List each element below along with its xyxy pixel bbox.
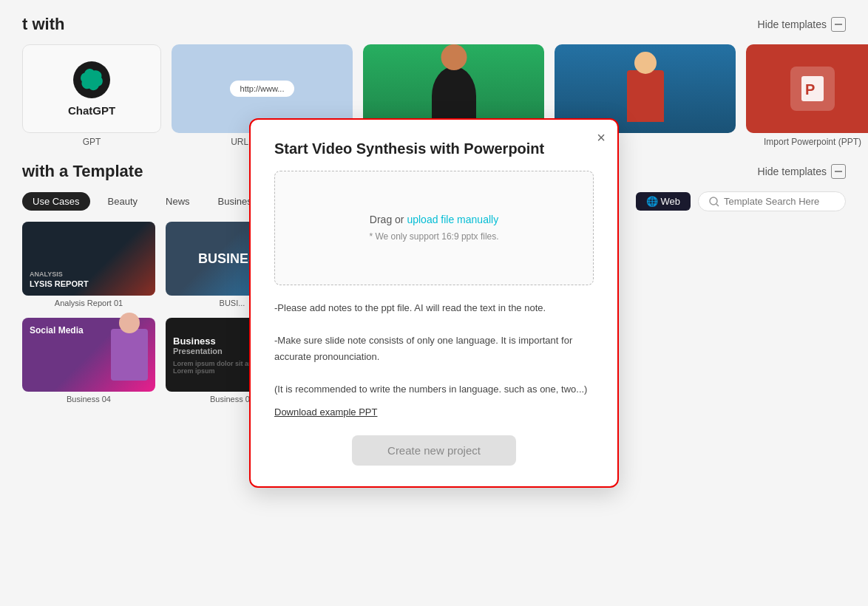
drop-text: Drag or upload file manually — [370, 214, 498, 225]
upload-link[interactable]: upload file manually — [407, 214, 498, 225]
drop-note: * We only support 16:9 pptx files. — [369, 231, 498, 242]
instruction-3: (It is recommended to write the numbers … — [274, 381, 594, 398]
drop-zone[interactable]: Drag or upload file manually * We only s… — [274, 171, 594, 285]
modal-backdrop: × Start Video Synthesis with Powerpoint … — [0, 0, 868, 606]
modal-close-button[interactable]: × — [597, 130, 606, 145]
instructions-block: -Please add notes to the ppt file. AI wi… — [274, 300, 594, 398]
instruction-2: -Make sure slide note consists of only o… — [274, 333, 594, 365]
create-project-button[interactable]: Create new project — [352, 435, 516, 466]
modal-title: Start Video Synthesis with Powerpoint — [274, 140, 594, 157]
instruction-1: -Please add notes to the ppt file. AI wi… — [274, 300, 594, 316]
modal-container: × Start Video Synthesis with Powerpoint … — [249, 118, 619, 488]
download-example-link[interactable]: Download example PPT — [274, 406, 594, 418]
